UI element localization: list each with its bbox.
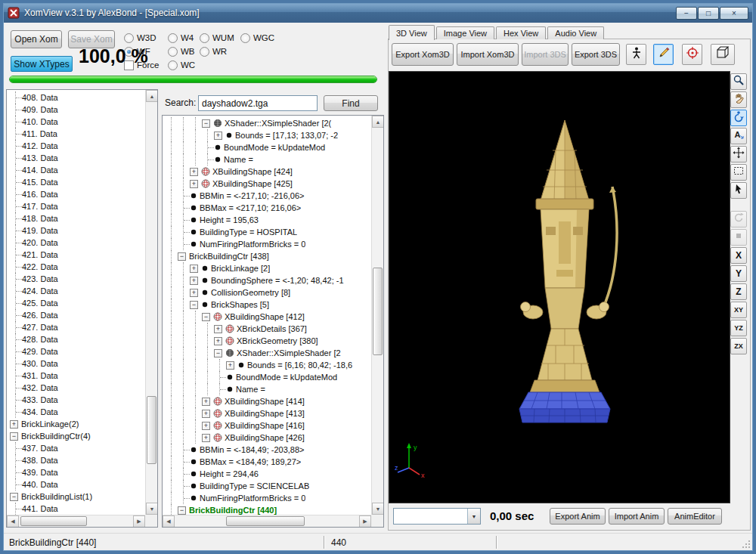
expand-toggle[interactable]: + <box>190 168 198 176</box>
tree-item[interactable]: +XBuildingShape [414] <box>166 395 371 407</box>
tree-item[interactable]: +XBuildingShape [425] <box>166 178 371 190</box>
tree-item[interactable]: 438. Data <box>10 454 145 466</box>
expand-toggle[interactable]: + <box>190 277 198 285</box>
radio-circle[interactable] <box>240 33 250 43</box>
tree-item[interactable]: 439. Data <box>10 466 145 478</box>
tree-item[interactable]: −XShader::XSimpleShader [2( <box>166 117 371 129</box>
tree-item[interactable]: +BrickLinkage(2) <box>10 418 145 430</box>
tree-item[interactable]: NumFiringPlatformBricks = 0 <box>166 238 371 250</box>
tree-item[interactable]: 440. Data <box>10 478 145 491</box>
tree-item[interactable]: −BrickBuildingCtr [440] <box>166 504 371 515</box>
rotate-button[interactable] <box>730 110 747 126</box>
scroll-left-arrow[interactable]: ◀ <box>7 515 19 528</box>
scroll-down-arrow[interactable]: ▼ <box>146 503 158 515</box>
expand-toggle[interactable]: − <box>10 493 18 501</box>
tree-item[interactable]: −BrickBuildingCtr(4) <box>10 430 145 442</box>
tree-item[interactable]: Name = <box>166 383 371 395</box>
text-button[interactable]: A <box>730 128 747 144</box>
tree-item[interactable]: +XBrickDetails [367] <box>166 323 371 335</box>
search-input[interactable] <box>198 95 318 111</box>
tree-item[interactable]: 410. Data <box>10 116 145 128</box>
tree-item[interactable]: 413. Data <box>10 152 145 164</box>
radio-circle[interactable] <box>168 60 178 70</box>
find-button[interactable]: Find <box>324 95 378 111</box>
tree-item[interactable]: 409. Data <box>10 104 145 116</box>
import-xom3d-button[interactable]: Import Xom3D <box>457 43 519 66</box>
tab-audio-view[interactable]: Audio View <box>547 26 604 39</box>
cube-button[interactable] <box>711 44 735 65</box>
tree-item[interactable]: BoundMode = kUpdateMod <box>166 141 371 153</box>
radio-wgc[interactable]: WGC <box>240 33 274 43</box>
minimize-button[interactable]: − <box>676 7 697 20</box>
tree-item[interactable]: Name = <box>166 153 371 166</box>
expand-toggle[interactable]: + <box>202 434 210 442</box>
radio-circle[interactable] <box>200 47 209 57</box>
expand-toggle[interactable]: + <box>214 325 222 333</box>
expand-toggle[interactable]: − <box>178 252 186 261</box>
tab-3d-view[interactable]: 3D View <box>389 25 435 40</box>
paint-button[interactable] <box>653 44 674 65</box>
tree-item[interactable]: +XBuildingShape [424] <box>166 166 371 178</box>
axis-zx-button[interactable]: ZX <box>730 338 747 354</box>
scroll-up-arrow[interactable]: ▲ <box>372 116 384 128</box>
tree-item[interactable]: 414. Data <box>10 164 145 176</box>
move-button[interactable] <box>730 146 747 162</box>
tree-item[interactable]: 408. Data <box>10 91 145 104</box>
expand-toggle[interactable]: − <box>178 506 186 515</box>
tree-item[interactable]: NumFiringPlatformBricks = 0 <box>166 492 371 504</box>
tree-item[interactable]: 415. Data <box>10 176 145 188</box>
tree-item[interactable]: +BoundingSphere = <-1,20; 48,42; -1 <box>166 274 371 286</box>
property-tree-hscrollbar[interactable]: ◀ ▶ <box>163 515 371 527</box>
scroll-thumb[interactable] <box>373 268 383 355</box>
axis-xy-button[interactable]: XY <box>730 302 747 318</box>
expand-toggle[interactable]: − <box>10 432 18 441</box>
property-tree-vscrollbar[interactable]: ▲ ▼ <box>371 116 383 515</box>
axis-z-button[interactable]: Z <box>730 283 747 300</box>
expand-toggle[interactable]: + <box>214 132 222 140</box>
expand-toggle[interactable]: + <box>226 361 234 370</box>
import-3ds-button[interactable]: Import 3DS <box>522 43 569 66</box>
tree-item[interactable]: 428. Data <box>10 333 145 345</box>
expand-toggle[interactable]: + <box>202 422 210 430</box>
scroll-up-arrow[interactable]: ▲ <box>146 90 158 102</box>
tree-item[interactable]: −BrickShapes [5] <box>166 299 371 311</box>
radio-wum[interactable]: WUM <box>200 33 240 43</box>
expand-toggle[interactable]: + <box>10 420 18 429</box>
radio-circle[interactable] <box>124 33 134 43</box>
axis-yz-button[interactable]: YZ <box>730 320 747 336</box>
spin-button[interactable] <box>730 211 747 227</box>
tree-item[interactable]: 422. Data <box>10 261 145 273</box>
tree-item[interactable]: 421. Data <box>10 249 145 261</box>
tree-item[interactable]: BuildingType = SCIENCELAB <box>166 480 371 492</box>
scroll-thumb[interactable] <box>226 516 305 526</box>
tree-item[interactable]: −BrickBuildingCtr [438] <box>166 250 371 262</box>
tree-item[interactable]: Height = 195,63 <box>166 214 371 226</box>
tree-item[interactable]: +XBuildingShape [426] <box>166 432 371 444</box>
tree-item[interactable]: 431. Data <box>10 370 145 382</box>
expand-toggle[interactable]: + <box>202 410 210 418</box>
tree-item[interactable]: 430. Data <box>10 357 145 370</box>
skeleton-button[interactable] <box>626 44 646 65</box>
anim-select[interactable]: ▼ <box>393 508 481 525</box>
tree-item[interactable]: 412. Data <box>10 140 145 152</box>
scroll-thumb[interactable] <box>20 516 87 526</box>
tree-item[interactable]: 437. Data <box>10 442 145 454</box>
radio-w4[interactable]: W4 <box>168 33 200 43</box>
tree-item[interactable]: 411. Data <box>10 128 145 140</box>
radio-w3d[interactable]: W3D <box>124 33 168 43</box>
tree-item[interactable]: 429. Data <box>10 345 145 357</box>
tree-item[interactable]: 425. Data <box>10 297 145 309</box>
tree-item[interactable]: BoundMode = kUpdateMod <box>166 371 371 383</box>
tree-item[interactable]: BBMax = <217,10; 216,06> <box>166 202 371 214</box>
export-anim-button[interactable]: Export Anim <box>550 508 606 525</box>
tree-item[interactable]: −XBuildingShape [412] <box>166 311 371 323</box>
tree-item[interactable]: 433. Data <box>10 394 145 406</box>
tree-item[interactable]: 424. Data <box>10 285 145 297</box>
scroll-right-arrow[interactable]: ▶ <box>359 515 371 528</box>
tree-item[interactable]: 420. Data <box>10 237 145 249</box>
titlebar[interactable]: XomView v.3.1 by AlexBond - [Special.xom… <box>3 3 753 23</box>
tree-item[interactable]: 441. Data <box>10 503 145 515</box>
import-anim-button[interactable]: Import Anim <box>609 508 665 525</box>
radio-wb[interactable]: WB <box>168 47 200 57</box>
expand-toggle[interactable]: + <box>190 180 198 188</box>
